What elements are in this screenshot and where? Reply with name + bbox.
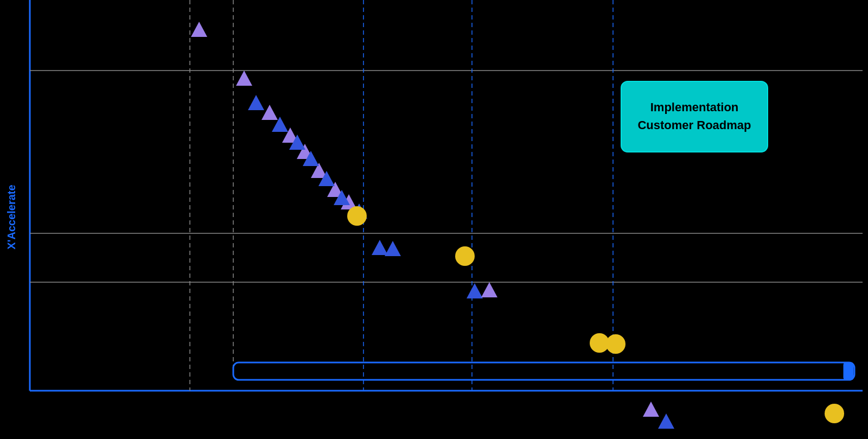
legend-box (621, 81, 768, 152)
chart-container: X'Accelerate (0, 0, 868, 439)
chart-background (0, 0, 868, 439)
circle-yellow-1 (347, 206, 367, 226)
main-chart: X'Accelerate (0, 0, 868, 439)
circle-yellow-4 (606, 334, 626, 354)
circle-yellow-5 (825, 404, 844, 423)
progress-bar-end (844, 362, 853, 380)
y-axis-label: X'Accelerate (5, 184, 17, 249)
legend-text-line2: Customer Roadmap (637, 118, 751, 132)
legend-text-line1: Implementation (650, 100, 739, 114)
circle-yellow-2 (455, 246, 475, 266)
